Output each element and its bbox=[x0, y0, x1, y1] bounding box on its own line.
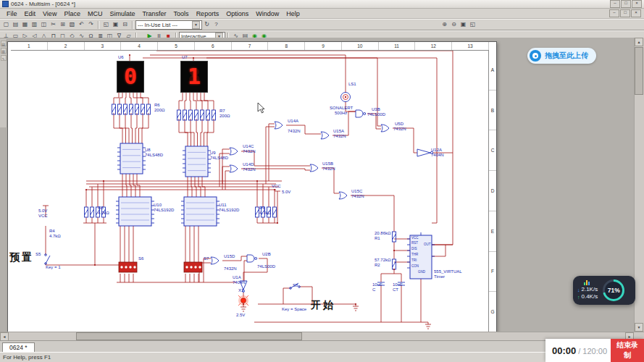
in-use-list-combo[interactable]: --- In-Use List --- ▼ bbox=[135, 20, 202, 30]
menu-simulate[interactable]: Simulate bbox=[106, 10, 138, 17]
switch-s5-lever[interactable] bbox=[46, 256, 50, 264]
menu-file[interactable]: File bbox=[3, 10, 21, 17]
zoom-area-icon[interactable]: ▣ bbox=[459, 20, 468, 29]
recording-bar: 00:00 / 120:00 结束录制 bbox=[545, 339, 644, 362]
menu-edit[interactable]: Edit bbox=[21, 10, 40, 17]
menu-reports[interactable]: Reports bbox=[193, 10, 223, 17]
schematic-dot bbox=[243, 303, 244, 305]
sheet-row-label: D bbox=[489, 171, 496, 211]
new-icon[interactable]: ▢ bbox=[1, 20, 11, 29]
zoom-in-icon[interactable]: ⊕ bbox=[440, 20, 449, 29]
help-icon[interactable]: ? bbox=[212, 20, 221, 29]
schematic-shape bbox=[96, 209, 100, 215]
seven-seg-display-u6[interactable]: 8 0 bbox=[117, 61, 144, 93]
left-dock: ▤▥∿ bbox=[0, 39, 7, 127]
schematic-shape bbox=[189, 112, 193, 118]
spreadsheet-view-icon[interactable]: ▥ bbox=[1, 48, 7, 54]
sheet-row-label: F bbox=[489, 252, 496, 292]
probe-led[interactable] bbox=[241, 298, 246, 303]
upload-drop-button[interactable]: 拖拽至此上传 bbox=[527, 48, 596, 64]
schematic-dot bbox=[274, 189, 275, 190]
toolbar-separator bbox=[132, 21, 133, 29]
capacitor-symbols[interactable] bbox=[377, 282, 405, 285]
open-icon[interactable]: ▤ bbox=[11, 20, 20, 29]
menu-options[interactable]: Options bbox=[222, 10, 252, 17]
minimize-button[interactable]: – bbox=[610, 0, 620, 8]
close-button[interactable]: × bbox=[632, 0, 642, 8]
menu-place[interactable]: Place bbox=[60, 10, 84, 17]
schematic-sheet[interactable]: 12345678910111213 ABCDEFG U6U7R6200ΩR720… bbox=[7, 41, 497, 333]
scroll-up-arrow[interactable]: ▲ bbox=[635, 38, 643, 46]
instrument-dock-icon[interactable]: ∿ bbox=[1, 55, 7, 61]
schematic-dot bbox=[430, 151, 432, 153]
schematic-shape bbox=[256, 209, 259, 215]
schematic-shape bbox=[381, 125, 389, 132]
component-body[interactable] bbox=[410, 235, 432, 279]
performance-gauge[interactable]: ↓ 2.1K/s ↑ 0.4K/s 71% bbox=[573, 276, 635, 305]
schematic-shape bbox=[275, 122, 283, 129]
scroll-down-arrow[interactable]: ▼ bbox=[635, 323, 643, 332]
menu-view[interactable]: View bbox=[39, 10, 60, 17]
menu-help[interactable]: Help bbox=[283, 10, 304, 17]
schematic-shape bbox=[102, 209, 106, 215]
paste-icon[interactable]: ▧ bbox=[67, 20, 77, 29]
percent-ring: 71% bbox=[603, 279, 624, 301]
schematic-shape bbox=[230, 148, 238, 155]
sheet-row-label: A bbox=[489, 50, 496, 90]
vertical-scroll-thumb[interactable] bbox=[635, 47, 643, 95]
menu-transfer[interactable]: Transfer bbox=[138, 10, 170, 17]
upload-arrow-icon: ↑ bbox=[577, 295, 580, 300]
component-body[interactable] bbox=[120, 143, 143, 174]
zoom-out-icon[interactable]: ⊖ bbox=[449, 20, 459, 29]
schematic-shape bbox=[91, 209, 94, 215]
menu-tools[interactable]: Tools bbox=[170, 10, 193, 17]
print-icon[interactable]: ▥ bbox=[30, 20, 39, 29]
activity-bars-icon bbox=[584, 280, 598, 285]
recording-timer: 00:00 / 120:00 bbox=[552, 345, 607, 356]
component-body[interactable] bbox=[185, 146, 208, 177]
design-toolbox-icon[interactable]: ▤ bbox=[1, 41, 7, 46]
zoom-fit-icon[interactable]: ◱ bbox=[468, 20, 477, 29]
mdi-close-button[interactable]: × bbox=[631, 9, 641, 17]
rotate-icon[interactable]: ↻ bbox=[202, 20, 212, 29]
seg-digit: 0 bbox=[117, 64, 143, 90]
schematic-shape bbox=[417, 149, 430, 156]
menu-mcu[interactable]: MCU bbox=[84, 10, 106, 17]
schematic-shape bbox=[112, 106, 116, 112]
standard-toolbar: ▢▤▦▥◫✂⊞▧↶↷ ◱▣⊟ --- In-Use List --- ▼ ↻? … bbox=[0, 19, 644, 30]
menu-window[interactable]: Window bbox=[252, 10, 283, 17]
sheet-row-header: ABCDEFG bbox=[488, 50, 496, 332]
schematic-dot bbox=[255, 258, 257, 260]
schematic-dot bbox=[193, 57, 194, 59]
schematic-components[interactable] bbox=[85, 104, 432, 279]
schematic-shape bbox=[118, 106, 122, 112]
component-body[interactable] bbox=[184, 197, 217, 226]
copy-icon[interactable]: ⊞ bbox=[58, 20, 67, 29]
schematic-shape bbox=[240, 281, 247, 290]
stop-recording-button[interactable]: 结束录制 bbox=[611, 339, 644, 362]
vertical-scrollbar[interactable]: ▲ ▼ bbox=[634, 38, 644, 332]
fullscreen-icon[interactable]: ◱ bbox=[101, 20, 111, 29]
save-icon[interactable]: ▦ bbox=[20, 20, 30, 29]
undo-icon[interactable]: ↶ bbox=[77, 20, 86, 29]
maximize-button[interactable]: □ bbox=[621, 0, 631, 8]
chevron-down-icon: ▼ bbox=[192, 21, 200, 29]
mdi-minimize-button[interactable]: – bbox=[609, 9, 619, 17]
sheet-row-label: E bbox=[489, 211, 496, 252]
seven-seg-display-u7[interactable]: 8 1 bbox=[180, 61, 208, 93]
print-preview-icon[interactable]: ◫ bbox=[39, 20, 49, 29]
mdi-restore-button[interactable]: □ bbox=[620, 9, 630, 17]
cut-icon[interactable]: ✂ bbox=[49, 20, 58, 29]
sheet-row-label: G bbox=[489, 292, 496, 332]
sheet-tab[interactable]: 0624 * bbox=[2, 342, 35, 352]
switch-s8-lever[interactable] bbox=[290, 283, 298, 288]
zoom-page-icon[interactable]: ▣ bbox=[111, 20, 120, 29]
schematic-shape bbox=[85, 209, 88, 215]
redo-icon[interactable]: ↷ bbox=[86, 20, 96, 29]
schematic-shape bbox=[183, 112, 187, 118]
horizontal-scroll-thumb[interactable] bbox=[76, 332, 302, 340]
grid-toggle-icon[interactable]: ⊟ bbox=[120, 20, 130, 29]
component-body[interactable] bbox=[119, 197, 151, 226]
schematic-shape bbox=[212, 112, 216, 118]
schematic-canvas[interactable] bbox=[8, 42, 496, 332]
